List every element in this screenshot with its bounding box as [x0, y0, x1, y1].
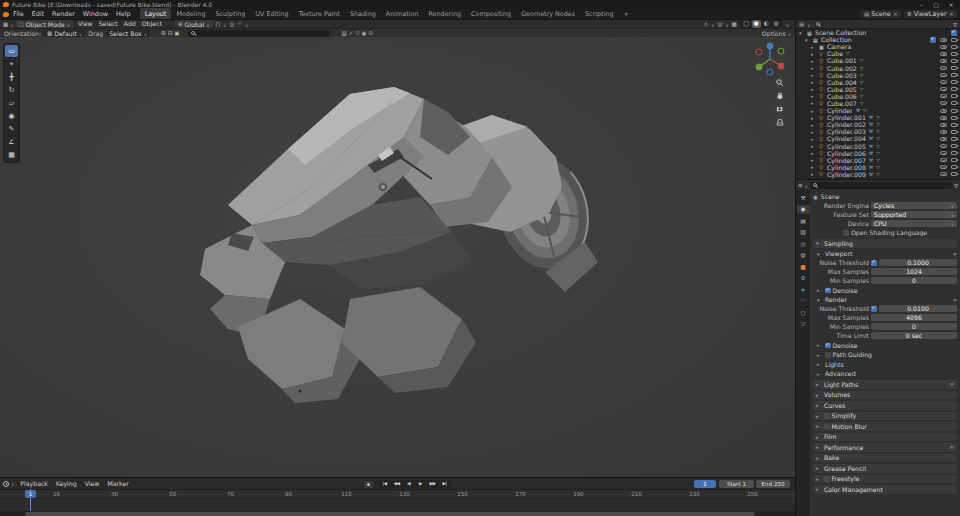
- menu-item[interactable]: Help: [112, 9, 135, 19]
- expand-caret-icon[interactable]: [811, 100, 817, 106]
- pivot-point-icon[interactable]: ◉: [362, 30, 367, 36]
- time-limit-field[interactable]: 0 sec: [871, 332, 957, 340]
- properties-filter-icon[interactable]: [954, 182, 958, 189]
- expand-caret-icon[interactable]: [811, 79, 817, 85]
- render-visibility-icon[interactable]: [951, 123, 957, 127]
- workspace-tab[interactable]: Scripting: [580, 8, 618, 19]
- subpanel-header[interactable]: Path Guiding: [813, 351, 957, 360]
- mirror-y-icon[interactable]: ⊟: [168, 30, 173, 36]
- snap-caret-icon[interactable]: [223, 21, 226, 28]
- workspace-tab[interactable]: +: [618, 8, 633, 19]
- outliner-item[interactable]: Cube.001: [796, 57, 960, 64]
- scrollbar-thumb[interactable]: [25, 512, 755, 516]
- section-header[interactable]: Freestyle: [813, 475, 957, 484]
- menu-item[interactable]: Edit: [28, 9, 48, 19]
- workspace-tab[interactable]: Modeling: [171, 8, 210, 19]
- expand-caret-icon[interactable]: [805, 37, 811, 43]
- gizmo-caret-icon[interactable]: [711, 21, 714, 28]
- shading-mode-button[interactable]: [772, 20, 781, 28]
- tool-button[interactable]: [5, 110, 18, 122]
- properties-tab[interactable]: ▤: [797, 216, 810, 225]
- outliner-collection-row[interactable]: Collection: [796, 36, 960, 43]
- render-engine-dropdown[interactable]: Cycles: [871, 202, 957, 210]
- expand-caret-icon[interactable]: [811, 115, 817, 121]
- viewport-search-input[interactable]: [188, 30, 330, 37]
- outliner-item[interactable]: Cube.005: [796, 86, 960, 93]
- properties-editor-icon[interactable]: ≡: [798, 182, 803, 188]
- workspace-tab[interactable]: UV Editing: [250, 8, 293, 19]
- render-visibility-icon[interactable]: [951, 144, 957, 148]
- preset-icon[interactable]: [950, 444, 954, 450]
- perspective-toggle-icon[interactable]: [774, 116, 785, 127]
- menu-item[interactable]: Window: [79, 9, 112, 19]
- hide-eye-icon[interactable]: [940, 45, 947, 49]
- show-overlays-icon[interactable]: ◎: [717, 21, 722, 27]
- workspace-tab[interactable]: Rendering: [423, 8, 466, 19]
- section-header[interactable]: Color Management: [813, 485, 957, 494]
- timeline-editor-icon[interactable]: [3, 481, 9, 487]
- vp-denoise-subpanel[interactable]: Denoise: [813, 286, 957, 295]
- outliner-item[interactable]: Cube.006: [796, 93, 960, 100]
- drag-tool-dropdown[interactable]: Select Box: [106, 30, 150, 37]
- hide-eye-icon[interactable]: [940, 80, 947, 84]
- render-visibility-icon[interactable]: [951, 158, 957, 162]
- workspace-tab[interactable]: Animation: [381, 8, 424, 19]
- render-visibility-icon[interactable]: [951, 137, 957, 141]
- properties-tab[interactable]: ▽: [797, 320, 810, 329]
- timeline-menu-item[interactable]: Keying: [52, 479, 81, 489]
- snap-enable-icon[interactable]: ✓: [349, 30, 354, 36]
- viewport-subpanel-header[interactable]: Viewport: [813, 250, 957, 259]
- render-visibility-icon[interactable]: [951, 66, 957, 70]
- properties-editor-caret-icon[interactable]: [805, 182, 808, 189]
- mirror-x-icon[interactable]: ⊞: [161, 30, 166, 36]
- expand-caret-icon[interactable]: [811, 65, 817, 71]
- vp-noise-threshold-checkbox[interactable]: [871, 260, 877, 266]
- expand-caret-icon[interactable]: [811, 93, 817, 99]
- scene-selector[interactable]: Scene: [861, 10, 901, 18]
- shading-mode-button[interactable]: [762, 20, 771, 28]
- properties-tab[interactable]: ⚙: [797, 274, 810, 283]
- overlays-caret-icon[interactable]: [725, 21, 728, 28]
- hide-eye-icon[interactable]: [940, 137, 947, 141]
- expand-caret-icon[interactable]: [811, 136, 817, 142]
- expand-caret-icon[interactable]: [811, 86, 817, 92]
- playback-button[interactable]: [427, 480, 438, 488]
- r-denoise-checkbox[interactable]: [825, 343, 831, 349]
- properties-tab[interactable]: ○: [797, 308, 810, 317]
- outliner-item[interactable]: Cylinder.003: [796, 128, 960, 135]
- playhead-frame-badge[interactable]: 1: [25, 490, 36, 498]
- outliner-item[interactable]: Cylinder.004: [796, 135, 960, 142]
- navigation-gizmo[interactable]: [751, 40, 789, 78]
- options-caret-icon[interactable]: [788, 30, 791, 37]
- render-visibility-icon[interactable]: [951, 38, 957, 42]
- properties-search-input[interactable]: [810, 182, 952, 189]
- tool-button[interactable]: [5, 84, 18, 96]
- subpanel-checkbox[interactable]: [825, 352, 831, 358]
- section-header[interactable]: Performance: [813, 443, 957, 452]
- outliner-filter-icon[interactable]: [953, 21, 957, 28]
- transform-pivot-icon[interactable]: ⊙: [368, 30, 373, 36]
- outliner-item[interactable]: Cylinder.008: [796, 164, 960, 171]
- options-label[interactable]: Options: [762, 30, 786, 37]
- timeline-scrollbar[interactable]: [0, 511, 795, 516]
- section-checkbox[interactable]: [824, 424, 830, 430]
- workspace-tab[interactable]: Shading: [345, 8, 381, 19]
- editor-type-icon[interactable]: ▦: [3, 21, 8, 27]
- vp-min-samples-field[interactable]: 0: [871, 277, 957, 285]
- outliner-item[interactable]: Cube.007: [796, 100, 960, 107]
- render-subpanel-header[interactable]: Render: [813, 296, 957, 305]
- render-visibility-icon[interactable]: [951, 52, 957, 56]
- close-button[interactable]: [945, 0, 957, 9]
- timeline-menu-item[interactable]: Playback: [16, 479, 52, 489]
- outliner-item[interactable]: Cube: [796, 50, 960, 57]
- render-visibility-icon[interactable]: [951, 109, 957, 113]
- r-max-samples-field[interactable]: 4096: [871, 314, 957, 322]
- outliner-item[interactable]: Cylinder.006: [796, 150, 960, 157]
- mirror-z-icon[interactable]: ▣: [174, 30, 179, 36]
- section-checkbox[interactable]: [824, 476, 830, 482]
- timeline-menu-item[interactable]: Marker: [103, 479, 132, 489]
- expand-caret-icon[interactable]: [811, 122, 817, 128]
- proportional-falloff-icon[interactable]: ◠: [237, 21, 242, 27]
- properties-tab[interactable]: ▧: [797, 228, 810, 237]
- render-visibility-icon[interactable]: [951, 94, 957, 98]
